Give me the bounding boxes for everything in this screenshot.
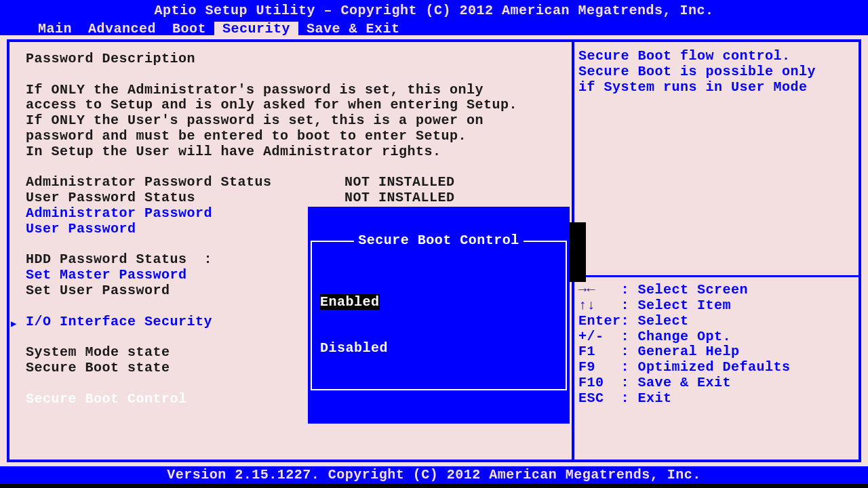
tab-boot[interactable]: Boot bbox=[164, 22, 214, 37]
key-general-help: F1 : General Help bbox=[578, 344, 854, 360]
secure-boot-state-label: Secure Boot state bbox=[26, 361, 344, 376]
tab-main[interactable]: Main bbox=[30, 22, 80, 37]
admin-password-status-value: NOT INSTALLED bbox=[344, 175, 455, 190]
key-select-item: ↑↓ : Select Item bbox=[578, 298, 854, 314]
key-exit: ESC : Exit bbox=[578, 391, 854, 407]
desc-line: In Setup the User will have Administrato… bbox=[26, 144, 555, 160]
key-optimized-defaults: F9 : Optimized Defaults bbox=[578, 360, 854, 375]
item-help-line: Secure Boot is possible only bbox=[578, 64, 854, 80]
popup-title: Secure Boot Control bbox=[354, 233, 524, 249]
key-enter: Enter: Select bbox=[578, 314, 854, 329]
left-panel: Password Description If ONLY the Adminis… bbox=[7, 39, 573, 462]
desc-line: access to Setup and is only asked for wh… bbox=[26, 98, 555, 113]
right-panel: Secure Boot flow control. Secure Boot is… bbox=[573, 39, 861, 462]
key-help: →← : Select Screen ↑↓ : Select Item Ente… bbox=[578, 283, 854, 453]
secure-boot-control-label[interactable]: Secure Boot Control bbox=[26, 392, 344, 407]
tab-security[interactable]: Security bbox=[214, 22, 298, 37]
desc-line: If ONLY the User's password is set, this… bbox=[26, 113, 555, 129]
popup-option-enabled[interactable]: Enabled bbox=[317, 295, 560, 310]
key-change-opt: +/- : Change Opt. bbox=[578, 329, 854, 345]
desc-line: If ONLY the Administrator's password is … bbox=[26, 83, 555, 98]
user-password-status-value: NOT INSTALLED bbox=[344, 190, 455, 206]
popup-option-disabled[interactable]: Disabled bbox=[317, 341, 560, 357]
system-mode-state-label: System Mode state bbox=[26, 345, 344, 361]
key-select-screen: →← : Select Screen bbox=[578, 283, 854, 298]
desc-line: password and must be entered to boot to … bbox=[26, 129, 555, 144]
tab-advanced[interactable]: Advanced bbox=[80, 22, 164, 37]
item-help-line: Secure Boot flow control. bbox=[578, 49, 854, 64]
password-description-heading: Password Description bbox=[26, 52, 555, 67]
key-save-exit: F10 : Save & Exit bbox=[578, 375, 854, 391]
user-password-status-label: User Password Status bbox=[26, 190, 344, 206]
bios-footer: Version 2.15.1227. Copyright (C) 2012 Am… bbox=[0, 466, 868, 484]
item-help-line: if System runs in User Mode bbox=[578, 80, 854, 96]
secure-boot-control-popup: Secure Boot Control Enabled Disabled bbox=[308, 207, 570, 424]
panel-divider bbox=[574, 275, 859, 277]
bios-title: Aptio Setup Utility – Copyright (C) 2012… bbox=[0, 0, 868, 19]
admin-password-status-label: Administrator Password Status bbox=[26, 175, 344, 190]
tab-save-exit[interactable]: Save & Exit bbox=[298, 22, 408, 37]
